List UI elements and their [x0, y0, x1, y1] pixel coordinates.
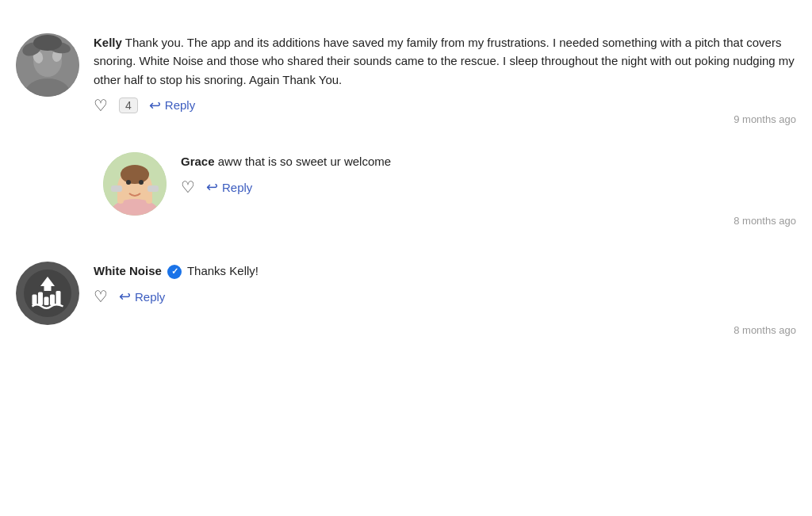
- svg-rect-25: [56, 291, 61, 305]
- svg-rect-21: [33, 294, 37, 305]
- timestamp-grace: 8 months ago: [733, 215, 796, 227]
- like-button-grace[interactable]: ♡: [181, 179, 195, 195]
- avatar-kelly: [16, 33, 79, 97]
- comment-text-kelly: Kelly Thank you. The app and its additio…: [94, 33, 796, 89]
- comment-whitenoise: White Noise Thanks Kelly! ♡ ↩ Reply 8 mo…: [16, 247, 796, 349]
- comment-thread: Kelly Thank you. The app and its additio…: [16, 19, 796, 349]
- svg-rect-17: [147, 185, 159, 192]
- reply-label-grace: Reply: [222, 181, 252, 194]
- comment-kelly: Kelly Thank you. The app and its additio…: [16, 19, 796, 138]
- comment-actions-whitenoise: ♡ ↩ Reply: [94, 288, 796, 305]
- reply-button-whitenoise[interactable]: ↩ Reply: [119, 288, 165, 305]
- comment-text-grace: Grace aww that is so sweet ur welcome: [181, 152, 796, 170]
- username-grace: Grace: [181, 155, 215, 168]
- svg-rect-24: [50, 294, 55, 305]
- comment-actions-grace: ♡ ↩ Reply: [181, 178, 796, 196]
- like-button-kelly[interactable]: ♡: [94, 97, 108, 113]
- username-kelly: Kelly: [94, 36, 122, 49]
- comment-content-whitenoise: Thanks Kelly!: [187, 264, 259, 277]
- like-count-kelly: 4: [119, 97, 138, 113]
- timestamp-whitenoise: 8 months ago: [733, 324, 796, 336]
- comment-body-kelly: Kelly Thank you. The app and its additio…: [94, 33, 796, 114]
- reply-arrow-whitenoise: ↩: [119, 288, 131, 305]
- avatar-grace: [103, 152, 167, 216]
- verified-badge-whitenoise: [167, 265, 182, 279]
- comment-grace: Grace aww that is so sweet ur welcome ♡ …: [95, 138, 796, 239]
- avatar-whitenoise: [16, 262, 79, 325]
- svg-point-12: [126, 180, 131, 185]
- svg-rect-23: [44, 296, 49, 305]
- svg-point-7: [33, 35, 62, 51]
- timestamp-kelly: 9 months ago: [733, 113, 796, 125]
- comment-body-grace: Grace aww that is so sweet ur welcome ♡ …: [181, 152, 796, 196]
- reply-label-whitenoise: Reply: [135, 290, 165, 304]
- comment-actions-kelly: ♡ 4 ↩ Reply: [94, 97, 796, 114]
- reply-arrow-kelly: ↩: [149, 97, 161, 114]
- svg-rect-22: [38, 292, 43, 305]
- heart-icon-whitenoise: ♡: [94, 289, 108, 304]
- heart-icon-kelly: ♡: [94, 97, 108, 113]
- reply-arrow-grace: ↩: [206, 178, 218, 196]
- reply-button-kelly[interactable]: ↩ Reply: [149, 97, 195, 114]
- comment-text-whitenoise: White Noise Thanks Kelly!: [94, 262, 796, 280]
- comment-body-whitenoise: White Noise Thanks Kelly! ♡ ↩ Reply: [94, 262, 796, 305]
- username-whitenoise: White Noise: [94, 264, 162, 277]
- comment-content-grace: aww that is so sweet ur welcome: [218, 155, 391, 168]
- svg-rect-16: [111, 185, 122, 192]
- like-button-whitenoise[interactable]: ♡: [94, 289, 108, 304]
- comment-content-kelly: Thank you. The app and its additions hav…: [94, 36, 795, 86]
- heart-icon-grace: ♡: [181, 179, 195, 195]
- svg-rect-20: [44, 286, 52, 291]
- svg-point-13: [139, 180, 144, 185]
- reply-button-grace[interactable]: ↩ Reply: [206, 178, 252, 196]
- reply-label-kelly: Reply: [165, 98, 195, 112]
- svg-point-11: [121, 165, 149, 184]
